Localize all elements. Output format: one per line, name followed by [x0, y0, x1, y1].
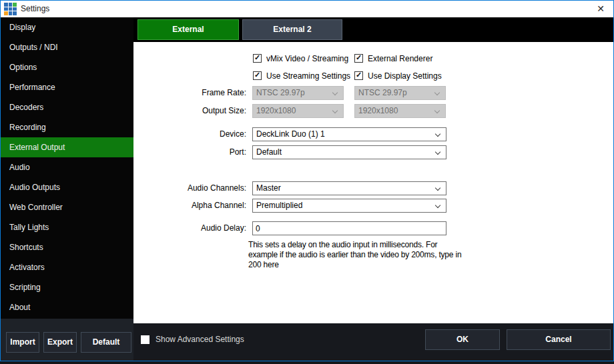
sidebar-item-options[interactable]: Options — [1, 57, 133, 77]
sidebar-footer: Import Export Default — [1, 319, 133, 361]
output-size-value-1: 1920x1080 — [256, 106, 296, 115]
sidebar-item-tally-lights[interactable]: Tally Lights — [1, 217, 133, 237]
close-icon[interactable]: ✕ — [593, 2, 609, 16]
sidebar-item-external-output[interactable]: External Output — [1, 137, 133, 157]
device-value: DeckLink Duo (1) 1 — [256, 129, 325, 139]
sidebar-item-about[interactable]: About — [1, 297, 133, 317]
output-size-value-2: 1920x1080 — [358, 106, 398, 115]
chevron-down-icon — [435, 203, 440, 208]
frame-rate-value-2: NTSC 29.97p — [358, 88, 407, 97]
output-size-select-1[interactable]: 1920x1080 — [252, 104, 344, 118]
external-output-panel: vMix Video / Streaming External Renderer… — [133, 42, 613, 323]
alpha-channel-label: Alpha Channel: — [146, 199, 246, 213]
titlebar: Settings ✕ — [1, 1, 613, 17]
checkbox-icon[interactable] — [354, 54, 363, 63]
frame-rate-label: Frame Rate: — [146, 86, 246, 100]
sidebar-item-audio-outputs[interactable]: Audio Outputs — [1, 177, 133, 197]
checkbox-label: vMix Video / Streaming — [266, 54, 348, 63]
default-button[interactable]: Default — [81, 332, 131, 353]
chevron-down-icon — [434, 108, 440, 113]
import-button[interactable]: Import — [6, 332, 39, 353]
checkbox-label: External Renderer — [368, 54, 432, 63]
tabbar: External External 2 — [133, 17, 613, 42]
audio-delay-label: Audio Delay: — [146, 221, 246, 235]
checkbox-use-display-settings[interactable]: Use Display Settings — [354, 71, 442, 81]
show-advanced-settings-checkbox[interactable]: Show Advanced Settings — [141, 335, 244, 344]
device-select[interactable]: DeckLink Duo (1) 1 — [252, 127, 446, 141]
port-value: Default — [256, 147, 282, 157]
bottom-bar: Show Advanced Settings OK Cancel — [133, 323, 613, 361]
sidebar-item-performance[interactable]: Performance — [1, 77, 133, 97]
output-size-label: Output Size: — [146, 104, 246, 118]
sidebar-item-decoders[interactable]: Decoders — [1, 97, 133, 117]
sidebar-item-display[interactable]: Display — [1, 17, 133, 37]
checkbox-icon[interactable] — [253, 54, 262, 63]
audio-channels-value: Master — [256, 183, 281, 193]
frame-rate-select-1[interactable]: NTSC 29.97p — [252, 86, 344, 100]
checkbox-label: Show Advanced Settings — [156, 335, 244, 344]
settings-window: Settings ✕ Display Outputs / NDI Options… — [0, 0, 614, 361]
checkbox-icon[interactable] — [253, 71, 262, 80]
sidebar-item-activators[interactable]: Activators — [1, 257, 133, 277]
sidebar-item-scripting[interactable]: Scripting — [1, 277, 133, 297]
checkbox-use-streaming-settings[interactable]: Use Streaming Settings — [253, 71, 350, 81]
frame-rate-select-2[interactable]: NTSC 29.97p — [354, 86, 446, 100]
checkbox-icon[interactable] — [141, 335, 149, 344]
port-select[interactable]: Default — [252, 145, 446, 159]
checkbox-label: Use Display Settings — [368, 71, 442, 81]
output-size-select-2[interactable]: 1920x1080 — [354, 104, 446, 118]
checkbox-icon[interactable] — [354, 71, 363, 80]
sidebar: Display Outputs / NDI Options Performanc… — [1, 17, 133, 319]
alpha-channel-value: Premultiplied — [256, 201, 302, 210]
checkbox-vmix-video-streaming[interactable]: vMix Video / Streaming — [253, 53, 348, 63]
screen: Settings ✕ Display Outputs / NDI Options… — [0, 0, 614, 364]
tab-external-2[interactable]: External 2 — [242, 19, 342, 40]
audio-delay-input[interactable] — [252, 221, 446, 235]
alpha-channel-select[interactable]: Premultiplied — [252, 199, 446, 213]
sidebar-item-shortcuts[interactable]: Shortcuts — [1, 237, 133, 257]
chevron-down-icon — [332, 90, 338, 95]
sidebar-item-outputs-ndi[interactable]: Outputs / NDI — [1, 37, 133, 57]
tab-external[interactable]: External — [137, 19, 239, 40]
chevron-down-icon — [434, 90, 440, 95]
sidebar-item-audio[interactable]: Audio — [1, 157, 133, 177]
cancel-button[interactable]: Cancel — [507, 329, 611, 350]
audio-channels-select[interactable]: Master — [252, 181, 446, 195]
checkbox-label: Use Streaming Settings — [266, 71, 350, 81]
chevron-down-icon — [332, 108, 338, 113]
window-title: Settings — [21, 4, 49, 13]
device-label: Device: — [146, 127, 246, 141]
ok-button[interactable]: OK — [425, 329, 500, 350]
sidebar-item-web-controller[interactable]: Web Controller — [1, 197, 133, 217]
port-label: Port: — [146, 145, 246, 159]
chevron-down-icon — [435, 149, 440, 155]
checkbox-external-renderer[interactable]: External Renderer — [354, 53, 432, 63]
chevron-down-icon — [435, 185, 440, 191]
audio-delay-help-text: This sets a delay on the audio input in … — [248, 240, 463, 270]
audio-channels-label: Audio Channels: — [146, 181, 246, 195]
vmix-logo-icon — [4, 3, 17, 15]
chevron-down-icon — [435, 131, 440, 137]
frame-rate-value-1: NTSC 29.97p — [256, 88, 305, 97]
export-button[interactable]: Export — [43, 332, 77, 353]
sidebar-item-recording[interactable]: Recording — [1, 117, 133, 137]
